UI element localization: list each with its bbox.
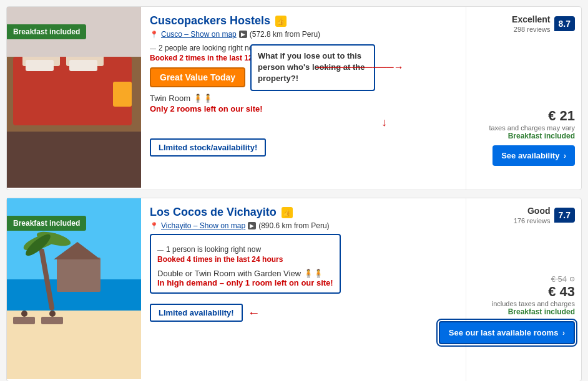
location-link-1[interactable]: Cusco – Show on map bbox=[161, 30, 237, 39]
score-label-2: Good bbox=[514, 206, 551, 216]
arrow-left-2: ← bbox=[248, 306, 260, 320]
price-note-1: taxes and charges may vary bbox=[489, 124, 575, 132]
reviews-1: 298 reviews bbox=[512, 26, 550, 33]
looking-text-2: 1 person is looking right now bbox=[166, 245, 261, 254]
hotel-card-2: Breakfast included Los Cocos de Vichayit… bbox=[6, 198, 582, 381]
location-line-1: 📍 Cusco – Show on map ▶ (572.8 km from P… bbox=[150, 30, 457, 39]
hotel-card-1: Breakfast included Cuscopackers Hostels … bbox=[6, 6, 582, 190]
svg-rect-6 bbox=[26, 60, 54, 71]
price-area-1: € 21 taxes and charges may vary Breakfas… bbox=[489, 108, 575, 166]
avail-btn-text-1: See availability bbox=[501, 151, 559, 160]
score-badge-1: 8.7 bbox=[554, 16, 575, 31]
pin-icon-2: 📍 bbox=[150, 222, 159, 230]
pin-icon-1: 📍 bbox=[150, 31, 159, 39]
rooms-left-1: Only 2 rooms left on our site! bbox=[150, 104, 457, 113]
card-body-2: Los Cocos de Vichayito 👍 📍 Vichayito – S… bbox=[141, 198, 466, 381]
thumb-icon-2: 👍 bbox=[282, 207, 293, 218]
avail-chevron-1: › bbox=[564, 152, 566, 160]
booked-text-2: Booked 4 times in the last 24 hours bbox=[157, 255, 333, 264]
high-demand-2: In high demand – only 1 room left on our… bbox=[157, 278, 333, 287]
limited-avail-row-2: LImited availability! ← bbox=[150, 304, 457, 322]
limited-box-1: LImited stock/availability! bbox=[150, 138, 266, 157]
breakfast-badge-1: Breakfast included bbox=[7, 24, 86, 39]
reviews-2: 176 reviews bbox=[514, 217, 551, 224]
score-row-2: Good 176 reviews 7.7 bbox=[514, 206, 575, 224]
distance-1: (572.8 km from Peru) bbox=[250, 30, 320, 39]
avail-chevron-2: › bbox=[562, 329, 565, 337]
svg-rect-7 bbox=[69, 60, 97, 71]
svg-rect-19 bbox=[41, 317, 63, 324]
thumb-icon-1: 👍 bbox=[275, 16, 287, 27]
score-badge-2: 7.7 bbox=[554, 208, 575, 223]
info-box-2: — 1 person is looking right now Booked 4… bbox=[150, 234, 341, 294]
price-1: € 21 bbox=[489, 108, 575, 124]
room-type-2: Double or Twin Room with Garden View 🧍🧍 bbox=[157, 269, 333, 278]
location-link-2[interactable]: Vichayito – Show on map bbox=[161, 221, 245, 230]
svg-point-20 bbox=[21, 311, 27, 317]
svg-rect-8 bbox=[113, 82, 132, 107]
bed-icons-1: 🧍🧍 bbox=[193, 94, 213, 103]
svg-rect-18 bbox=[13, 317, 35, 324]
room-type-text-1: Twin Room bbox=[150, 94, 190, 103]
video-icon-2: ▶ bbox=[248, 222, 256, 229]
looking-now-2: — 1 person is looking right now bbox=[157, 245, 333, 254]
hotel-name-2[interactable]: Los Cocos de Vichayito bbox=[150, 206, 277, 219]
score-row-1: Excellent 298 reviews 8.7 bbox=[512, 14, 575, 33]
limited-avail-box-2: LImited availability! bbox=[150, 304, 243, 322]
score-label-1: Excellent bbox=[512, 14, 550, 24]
arrow-down-1: ↓ bbox=[381, 116, 387, 129]
room-type-1: Twin Room 🧍🧍 bbox=[150, 94, 457, 103]
distance-2: (890.6 km from Peru) bbox=[258, 221, 329, 230]
discount-circle-2: ⊙ bbox=[569, 275, 575, 283]
right-panel-2: Good 176 reviews 7.7 € 54 ⊙ € 43 include… bbox=[466, 198, 581, 381]
looking-text-1: 2 people are looking right now bbox=[159, 44, 258, 52]
right-panel-1: Excellent 298 reviews 8.7 € 21 taxes and… bbox=[466, 7, 581, 190]
price-old-2: € 54 bbox=[551, 274, 567, 284]
room-type-text-2: Double or Twin Room with Garden View bbox=[157, 269, 301, 278]
svg-rect-16 bbox=[57, 258, 100, 292]
looking-dot-1: — bbox=[150, 45, 156, 52]
location-line-2: 📍 Vichayito – Show on map ▶ (890.6 km fr… bbox=[150, 221, 457, 230]
hotel-name-1[interactable]: Cuscopackers Hostels bbox=[150, 14, 270, 27]
looking-dot-2: — bbox=[157, 246, 164, 253]
svg-rect-4 bbox=[7, 132, 141, 188]
hotel-image-1[interactable]: Breakfast included bbox=[7, 7, 141, 190]
breakfast-badge-2: Breakfast included bbox=[7, 216, 86, 231]
great-value-btn-1[interactable]: Great Value Today bbox=[150, 67, 245, 87]
bed-icons-2: 🧍🧍 bbox=[303, 269, 323, 278]
hotel-image-2[interactable]: Breakfast included bbox=[7, 198, 141, 381]
video-icon-1: ▶ bbox=[239, 31, 247, 38]
breakfast-incl-right-1: Breakfast included bbox=[489, 132, 575, 140]
arrow-right-1: ───────────→ bbox=[316, 62, 404, 73]
svg-point-21 bbox=[49, 311, 56, 317]
card-body-1: Cuscopackers Hostels 👍 📍 Cusco – Show on… bbox=[141, 7, 466, 190]
avail-btn-1[interactable]: See availability › bbox=[492, 145, 575, 166]
